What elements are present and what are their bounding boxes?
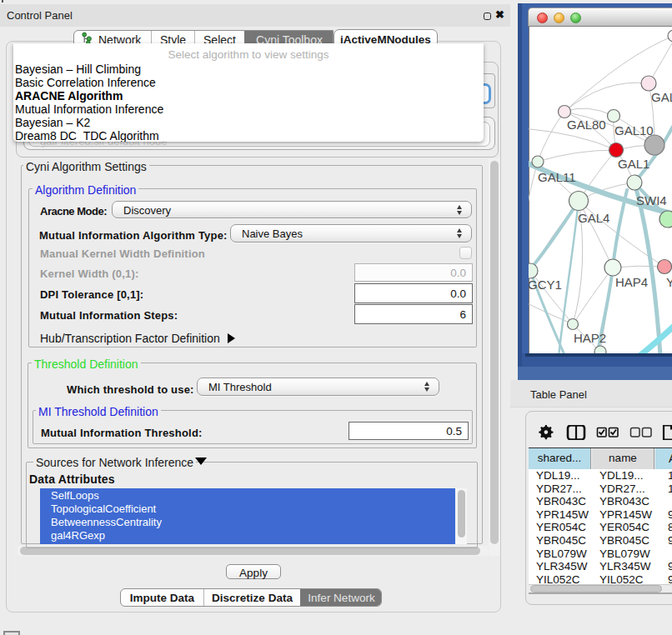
svg-text:Y: Y <box>666 275 672 289</box>
svg-text:GAL11: GAL11 <box>538 170 576 184</box>
svg-text:GAL2: GAL2 <box>651 90 672 104</box>
svg-text:GCY1: GCY1 <box>529 278 562 292</box>
svg-text:HAP2: HAP2 <box>574 331 606 345</box>
svg-text:SWI4: SWI4 <box>636 193 667 208</box>
svg-text:GAL10: GAL10 <box>614 123 654 138</box>
svg-text:GAL4: GAL4 <box>578 211 609 225</box>
svg-text:GAL80: GAL80 <box>567 118 606 132</box>
svg-text:GAL1: GAL1 <box>618 157 649 171</box>
svg-text:HAP4: HAP4 <box>615 275 648 289</box>
